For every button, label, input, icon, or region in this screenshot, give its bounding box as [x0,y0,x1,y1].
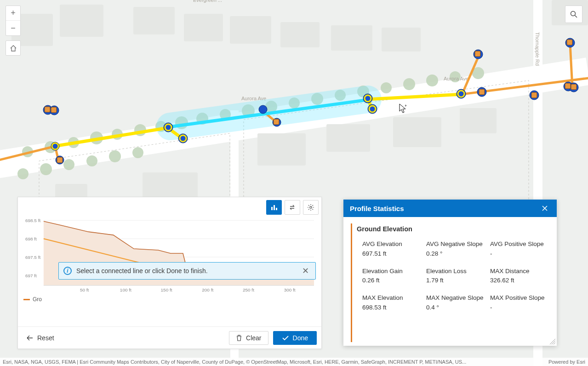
svg-rect-69 [571,84,577,90]
svg-rect-39 [326,124,370,152]
svg-point-81 [310,206,312,208]
svg-rect-40 [393,117,441,147]
attribution-text: Esri, NASA, NGA, USGS, FEMA | Esri Commu… [3,359,466,365]
swap-icon [289,204,296,211]
stat-max-distance: MAX Distance 326.62 ft [490,267,549,284]
svg-rect-68 [565,83,571,89]
stat-max-elevation: MAX Elevation 698.53 ft [362,294,422,311]
stats-title: Profile Statistics [350,205,404,212]
svg-rect-33 [382,28,421,51]
svg-rect-78 [271,207,273,210]
svg-point-27 [132,147,143,158]
settings-button[interactable] [303,200,319,215]
reset-label: Reset [37,334,54,342]
svg-rect-64 [475,51,480,57]
clear-button[interactable]: Clear [229,331,268,345]
stat-max-positive-slope: MAX Positive Slope - [490,294,549,311]
svg-rect-63 [274,119,279,125]
zoom-in-button[interactable]: + [6,6,20,21]
svg-rect-30 [230,16,271,44]
stat-avg-positive-slope: AVG Positive Slope - [490,240,549,257]
svg-point-19 [426,74,438,86]
chart-ytick: 698.5 ft [25,218,40,223]
profile-toolbar [266,200,319,215]
chart-legend: Gro i Select a connected line or click D… [18,295,321,303]
resize-handle[interactable] [549,338,556,345]
svg-rect-65 [479,89,485,95]
svg-rect-60 [45,107,50,112]
arrow-left-icon [26,335,34,341]
app-root: Evergreen ... Aurora Ave Aurora Ave Thor… [0,0,588,366]
svg-rect-61 [51,107,57,113]
info-close-button[interactable]: ✕ [300,265,311,276]
map-attribution: Esri, NASA, NGA, USGS, FEMA | Esri Commu… [0,358,588,366]
svg-point-17 [381,82,392,93]
info-message-text: Select a connected line or click Done to… [76,267,208,274]
powered-by-text: Powered by Esri [548,359,585,365]
close-icon [542,205,548,212]
svg-point-76 [571,11,576,16]
search-button[interactable] [565,6,582,23]
svg-point-23 [40,163,52,175]
trash-icon [236,335,242,341]
check-icon [282,335,289,341]
svg-rect-66 [531,92,537,98]
stat-elevation-loss: Elevation Loss 1.79 ft [426,267,485,284]
svg-rect-29 [184,14,223,41]
info-message-bar: i Select a connected line or click Done … [58,262,316,280]
svg-rect-38 [257,133,306,166]
svg-rect-80 [276,208,277,210]
stats-section-title: Ground Elevation [357,225,549,233]
chart-xtick: 100 ft [120,287,131,292]
chart-ytick: 697.5 ft [25,255,40,260]
svg-rect-32 [331,25,372,51]
svg-point-26 [109,150,121,162]
search-icon [570,10,578,18]
info-icon: i [63,267,72,275]
stat-max-negative-slope: MAX Negative Slope 0.4 ° [426,294,485,311]
svg-point-18 [403,78,415,90]
stats-toggle-button[interactable] [266,200,282,215]
road-label-thornapple: Thornapple Rd [535,32,540,66]
svg-point-22 [17,168,29,179]
chart-ytick: 698 ft [25,236,37,241]
elevation-profile-panel: 698.5 ft 698 ft 697.5 ft 697 ft 50 ft 10… [17,197,322,349]
svg-point-24 [63,159,74,170]
profile-statistics-popup: Profile Statistics Ground Elevation AVG … [343,200,557,346]
svg-point-25 [86,155,97,166]
done-label: Done [293,334,308,342]
stats-close-button[interactable] [539,203,550,214]
clear-label: Clear [246,334,261,342]
swap-direction-button[interactable] [285,200,300,215]
chart-xtick: 50 ft [80,287,89,292]
home-icon [10,45,17,52]
chart-xtick: 300 ft [284,287,296,292]
road-label-evergreen: Evergreen ... [193,0,222,3]
chart-xtick: 250 ft [243,287,254,292]
chart-xtick: 200 ft [202,287,213,292]
profile-footer: Reset Clear Done [18,326,321,349]
svg-rect-67 [567,40,572,45]
svg-point-49 [259,105,267,114]
gear-icon [307,204,314,211]
svg-rect-79 [274,205,275,210]
zoom-out-button[interactable]: − [6,21,20,35]
done-button[interactable]: Done [273,331,317,345]
road-label-aurora-top: Aurora Ave [444,76,468,81]
zoom-control: + − [6,6,21,36]
svg-line-77 [575,16,577,18]
svg-rect-62 [57,157,63,163]
stats-header[interactable]: Profile Statistics [343,200,557,217]
svg-rect-34 [60,5,103,37]
svg-rect-31 [280,22,320,47]
home-button[interactable] [6,40,21,56]
svg-rect-28 [133,7,175,34]
chart-ytick: 697 ft [25,273,37,278]
reset-button[interactable]: Reset [23,332,58,344]
bar-chart-icon [270,204,278,211]
stats-card-ground-elevation: Ground Elevation AVG Elevation 697.51 ft… [351,223,549,342]
stat-avg-elevation: AVG Elevation 697.51 ft [362,240,422,257]
stat-avg-negative-slope: AVG Negative Slope 0.28 ° [426,240,485,257]
chart-xtick: 150 ft [161,287,172,292]
legend-swatch [23,299,30,300]
